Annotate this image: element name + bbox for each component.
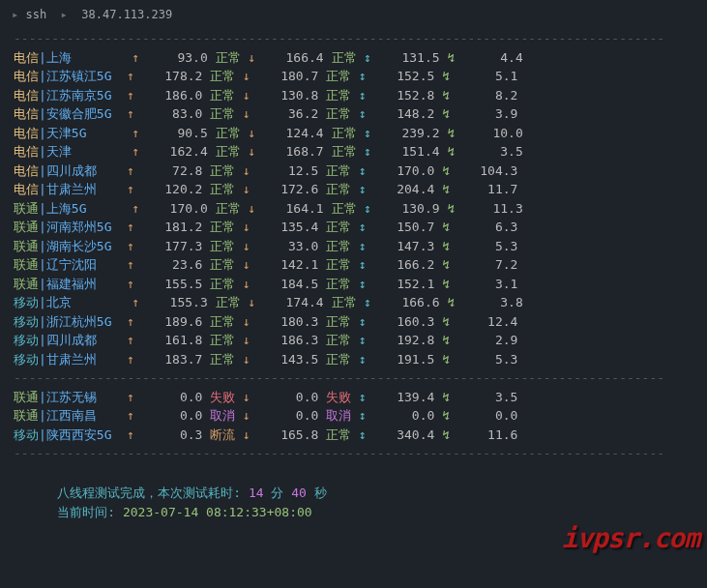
- upload-arrow-icon: ↑: [127, 408, 134, 423]
- download-arrow-icon: ↓: [243, 106, 250, 121]
- jitter-value: 0.0: [457, 408, 518, 423]
- upload-speed: 83.0: [142, 106, 203, 121]
- download-status: 失败: [326, 390, 351, 404]
- table-row: 电信|上海 ↑ 93.0 正常 ↓ 166.4 正常 ↕ 131.5 ↯ 4.4: [14, 48, 693, 68]
- location-label: 四川成都: [46, 163, 119, 178]
- jitter-bolt-icon: ↯: [442, 182, 450, 196]
- pipe-sep: |: [39, 408, 46, 423]
- table-row: 联通|河南郑州5G ↑ 181.2 正常 ↓ 135.4 正常 ↕ 150.7 …: [14, 218, 693, 237]
- upload-status: 正常: [216, 144, 241, 159]
- location-label: 浙江杭州5G: [46, 314, 119, 329]
- table-row: 电信|江苏镇江5G ↑ 178.2 正常 ↓ 180.7 正常 ↕ 152.5 …: [14, 67, 693, 86]
- watermark-text: ivpsr.com: [561, 518, 699, 559]
- latency-arrow-icon: ↕: [359, 427, 367, 442]
- isp-label: 联通: [14, 277, 39, 291]
- location-label: 福建福州: [46, 277, 119, 291]
- download-status: 正常: [326, 314, 351, 329]
- jitter-bolt-icon: ↯: [442, 352, 450, 367]
- latency-value: 148.2: [374, 106, 435, 121]
- download-status: 正常: [326, 69, 351, 83]
- minutes-unit: 分: [271, 485, 283, 500]
- upload-speed: 0.0: [142, 408, 203, 423]
- upload-speed: 183.7: [142, 352, 203, 367]
- pipe-sep: |: [39, 427, 46, 442]
- summary-prefix-2: 当前时间:: [57, 505, 115, 519]
- upload-speed: 23.6: [142, 257, 203, 272]
- table-row: 联通|湖南长沙5G ↑ 177.3 正常 ↓ 33.0 正常 ↕ 147.3 ↯…: [14, 237, 693, 256]
- download-status: 正常: [326, 333, 351, 347]
- upload-speed: 162.4: [147, 144, 208, 159]
- jitter-bolt-icon: ↯: [442, 427, 450, 442]
- download-status: 正常: [326, 239, 351, 253]
- download-status: 正常: [326, 106, 351, 121]
- download-arrow-icon: ↓: [243, 257, 250, 272]
- current-time: 2023-07-14 08:12:33+08:00: [123, 505, 312, 519]
- upload-speed: 155.3: [147, 295, 208, 309]
- download-arrow-icon: ↓: [243, 220, 250, 234]
- download-status: 正常: [332, 201, 357, 216]
- jitter-bolt-icon: ↯: [442, 239, 450, 253]
- pipe-sep: |: [39, 69, 46, 83]
- jitter-value: 6.3: [457, 220, 518, 234]
- terminal-output: ----------------------------------------…: [0, 29, 707, 463]
- upload-arrow-icon: ↑: [127, 88, 134, 103]
- download-status: 正常: [326, 163, 351, 178]
- table-row: 移动|浙江杭州5G ↑ 189.6 正常 ↓ 180.3 正常 ↕ 160.3 …: [14, 312, 693, 332]
- jitter-value: 5.3: [457, 239, 518, 253]
- download-speed: 172.6: [258, 182, 319, 196]
- separator-arrow-icon: ▸: [61, 8, 68, 21]
- table-row: 电信|安徽合肥5G ↑ 83.0 正常 ↓ 36.2 正常 ↕ 148.2 ↯ …: [14, 104, 693, 124]
- download-arrow-icon: ↓: [243, 314, 250, 329]
- upload-status: 正常: [210, 314, 235, 329]
- download-speed: 180.3: [258, 314, 319, 329]
- latency-value: 239.2: [379, 126, 440, 140]
- download-arrow-icon: ↓: [248, 295, 255, 309]
- latency-arrow-icon: ↕: [359, 239, 367, 253]
- jitter-value: 3.5: [462, 144, 523, 159]
- upload-arrow-icon: ↑: [127, 182, 134, 196]
- download-speed: 12.5: [258, 163, 319, 178]
- location-label: 甘肃兰州: [46, 352, 119, 367]
- isp-label: 电信: [14, 144, 39, 159]
- pipe-sep: |: [39, 126, 46, 140]
- latency-arrow-icon: ↕: [359, 257, 367, 272]
- location-label: 江苏南京5G: [46, 88, 119, 103]
- isp-label: 移动: [14, 295, 39, 309]
- latency-arrow-icon: ↕: [359, 352, 367, 367]
- jitter-bolt-icon: ↯: [442, 69, 450, 83]
- upload-status: 正常: [210, 182, 235, 196]
- download-speed: 0.0: [258, 390, 319, 404]
- isp-label: 移动: [14, 427, 39, 442]
- summary-footer: 八线程测试完成，本次测试耗时: 14 分 40 秒 当前时间: 2023-07-…: [0, 463, 707, 503]
- table-row: 电信|天津5G ↑ 90.5 正常 ↓ 124.4 正常 ↕ 239.2 ↯ 1…: [14, 124, 693, 143]
- jitter-bolt-icon: ↯: [442, 163, 450, 178]
- pipe-sep: |: [39, 50, 46, 65]
- pipe-sep: |: [39, 220, 46, 234]
- jitter-value: 11.3: [462, 201, 523, 216]
- isp-label: 电信: [14, 88, 39, 103]
- location-label: 北京: [46, 295, 125, 309]
- jitter-value: 11.6: [457, 427, 518, 442]
- latency-arrow-icon: ↕: [359, 163, 367, 178]
- download-speed: 174.4: [263, 295, 324, 309]
- isp-label: 电信: [14, 69, 39, 83]
- download-status: 正常: [326, 427, 351, 442]
- divider-mid: ----------------------------------------…: [14, 368, 693, 388]
- latency-value: 160.3: [374, 314, 435, 329]
- upload-status: 正常: [210, 220, 235, 234]
- jitter-value: 10.0: [462, 126, 523, 140]
- jitter-bolt-icon: ↯: [442, 257, 450, 272]
- upload-status: 正常: [210, 69, 235, 83]
- jitter-value: 3.8: [462, 295, 523, 309]
- isp-label: 联通: [14, 257, 39, 272]
- location-label: 湖南长沙5G: [46, 239, 119, 253]
- pipe-sep: |: [39, 239, 46, 253]
- pipe-sep: |: [39, 144, 46, 159]
- table-row: 电信|甘肃兰州 ↑ 120.2 正常 ↓ 172.6 正常 ↕ 204.4 ↯ …: [14, 180, 693, 199]
- download-arrow-icon: ↓: [243, 408, 250, 423]
- upload-arrow-icon: ↑: [132, 295, 139, 309]
- download-arrow-icon: ↓: [243, 182, 250, 196]
- latency-arrow-icon: ↕: [359, 390, 367, 404]
- location-label: 河南郑州5G: [46, 220, 119, 234]
- download-speed: 33.0: [258, 239, 319, 253]
